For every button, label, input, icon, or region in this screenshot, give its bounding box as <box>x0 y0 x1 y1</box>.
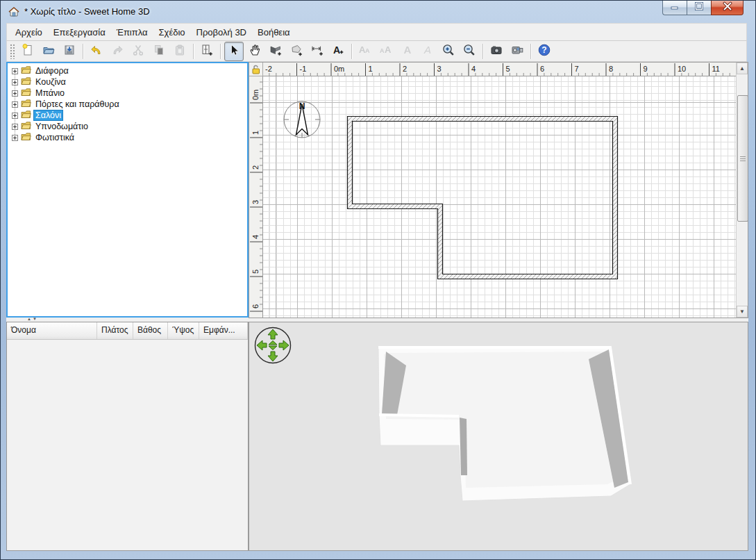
undo-button[interactable] <box>87 42 106 61</box>
furniture-column-header-3[interactable]: Ύψος <box>168 322 199 339</box>
catalog-category-2[interactable]: Μπάνιο <box>8 88 247 99</box>
create-photo-button[interactable] <box>487 42 506 61</box>
create-dimensions-icon <box>310 43 324 60</box>
expand-icon[interactable] <box>12 135 18 141</box>
copy-icon <box>152 43 166 60</box>
expand-icon[interactable] <box>12 90 18 97</box>
catalog-category-1[interactable]: Κουζίνα <box>8 76 247 88</box>
expand-icon[interactable] <box>12 113 18 119</box>
room-3d-band-top-highlight <box>379 415 459 416</box>
scroll-up-button[interactable]: ▲ <box>737 63 748 74</box>
view3d-navigation-control[interactable] <box>253 326 292 368</box>
plan-canvas[interactable]: N <box>263 76 736 318</box>
svg-text:?: ? <box>541 45 546 55</box>
catalog-category-5[interactable]: Υπνοδωμάτιο <box>8 121 247 132</box>
create-walls-button[interactable] <box>266 42 285 61</box>
furniture-column-header-1[interactable]: Πλάτος <box>97 322 133 339</box>
window-title: * Χωρίς τίτλο - Sweet Home 3D <box>24 6 150 17</box>
svg-text:A: A <box>423 44 431 56</box>
create-video-button[interactable] <box>507 42 527 61</box>
zoom-in-icon <box>442 43 455 60</box>
toolbar-separator <box>530 44 531 59</box>
italic-button[interactable]: A <box>418 42 437 61</box>
italic-icon: A <box>421 43 435 60</box>
menu-item-2[interactable]: Έπιπλα <box>111 25 153 40</box>
bold-button[interactable]: A <box>397 42 417 61</box>
new-document-button[interactable] <box>18 42 37 61</box>
catalog-category-label: Φωτιστικά <box>34 133 76 142</box>
svg-text:3: 3 <box>437 65 442 73</box>
expand-icon[interactable] <box>12 124 18 130</box>
horizontal-ruler: -2-10m1234567891011 <box>263 63 736 76</box>
menu-item-5[interactable]: Βοήθεια <box>252 25 296 40</box>
redo-button[interactable] <box>108 42 127 61</box>
catalog-category-3[interactable]: Πόρτες και παράθυρα <box>8 99 247 110</box>
help-button[interactable]: ? <box>535 42 554 61</box>
plan-vertical-scrollbar[interactable]: ▲ ▼ <box>736 63 748 318</box>
svg-text:A: A <box>365 47 370 54</box>
scrollbar-thumb[interactable] <box>737 95 748 222</box>
help-icon: ? <box>537 43 551 60</box>
cut-button[interactable] <box>128 42 148 61</box>
folder-icon <box>21 76 31 88</box>
plan-compass[interactable]: N <box>284 101 320 138</box>
lock-icon <box>249 63 263 76</box>
menu-item-0[interactable]: Αρχείο <box>10 25 48 40</box>
svg-text:3: 3 <box>251 200 260 204</box>
catalog-category-0[interactable]: Διάφορα <box>8 65 247 76</box>
furniture-catalog-panel[interactable]: ΔιάφοραΚουζίναΜπάνιοΠόρτες και παράθυραΣ… <box>6 62 249 318</box>
catalog-category-label: Σαλόνι <box>34 110 62 120</box>
zoom-out-icon <box>462 43 476 60</box>
create-rooms-button[interactable] <box>287 42 306 61</box>
add-furniture-icon <box>200 43 214 60</box>
furniture-column-header-0[interactable]: Όνομα <box>7 322 97 339</box>
svg-text:A: A <box>385 44 392 55</box>
caption-buttons <box>662 1 744 15</box>
maximize-icon <box>692 1 706 14</box>
decrease-text-size-button[interactable]: AA <box>355 42 375 61</box>
close-button[interactable] <box>711 1 744 15</box>
folder-icon <box>21 132 31 143</box>
folder-icon <box>21 88 31 99</box>
furniture-column-header-2[interactable]: Βάθος <box>133 322 168 339</box>
view3d-panel[interactable] <box>249 322 748 551</box>
pan-button[interactable] <box>245 42 264 61</box>
svg-text:2: 2 <box>251 165 260 170</box>
ruler-corner <box>249 63 263 76</box>
toolbar-separator <box>482 44 483 59</box>
splitter-arrows-icon[interactable]: ▲▼ <box>27 317 38 321</box>
folder-icon <box>21 99 31 110</box>
create-video-icon <box>510 43 524 60</box>
svg-text:11: 11 <box>712 65 720 73</box>
titlebar[interactable]: * Χωρίς τίτλο - Sweet Home 3D <box>1 1 755 23</box>
add-text-button[interactable]: A <box>328 42 348 61</box>
expand-icon[interactable] <box>12 79 18 85</box>
select-button[interactable] <box>224 42 244 61</box>
create-dimensions-button[interactable] <box>308 42 327 61</box>
zoom-out-button[interactable] <box>460 42 479 61</box>
copy-button[interactable] <box>149 42 169 61</box>
maximize-button[interactable] <box>687 1 711 15</box>
furniture-list-panel[interactable]: ΌνομαΠλάτοςΒάθοςΎψοςΕμφάν... <box>6 322 249 551</box>
menu-item-1[interactable]: Επεξεργασία <box>48 25 111 40</box>
expand-icon[interactable] <box>12 68 18 74</box>
minimize-button[interactable] <box>662 1 687 15</box>
toolbar-grip-icon[interactable] <box>10 44 15 59</box>
svg-text:4: 4 <box>251 235 260 239</box>
add-furniture-button[interactable] <box>197 42 217 61</box>
catalog-category-6[interactable]: Φωτιστικά <box>8 132 247 143</box>
add-text-icon: A <box>331 43 345 60</box>
expand-icon[interactable] <box>12 101 18 108</box>
scroll-down-button[interactable]: ▼ <box>737 306 748 318</box>
furniture-column-header-4[interactable]: Εμφάν... <box>199 322 248 339</box>
open-button[interactable] <box>39 42 58 61</box>
menu-item-3[interactable]: Σχέδιο <box>153 25 191 40</box>
menu-item-4[interactable]: Προβολή 3D <box>191 25 252 40</box>
increase-text-size-button[interactable]: AA <box>376 42 396 61</box>
app-icon <box>8 6 20 18</box>
paste-button[interactable] <box>170 42 190 61</box>
catalog-category-4[interactable]: Σαλόνι <box>8 110 247 121</box>
zoom-in-button[interactable] <box>439 42 458 61</box>
svg-text:10: 10 <box>678 65 686 73</box>
save-button[interactable] <box>60 42 79 61</box>
